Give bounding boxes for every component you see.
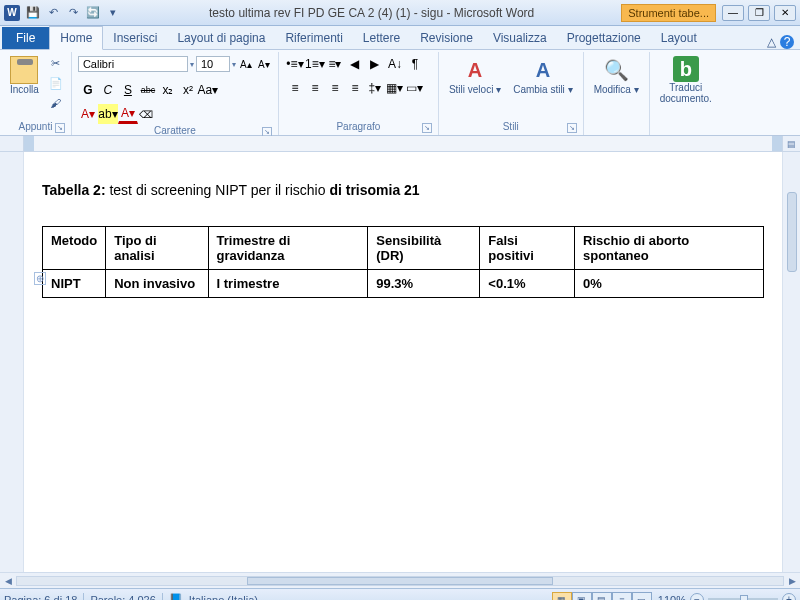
text-effects-button[interactable]: A▾ [78, 104, 98, 124]
italic-button[interactable]: C [98, 80, 118, 100]
table-row[interactable]: NIPT Non invasivo I trimestre 99.3% <0.1… [43, 270, 764, 298]
hscroll-left-icon[interactable]: ◀ [0, 576, 16, 586]
col-analysis-type[interactable]: Tipo di analisi [106, 227, 208, 270]
qat-customize-icon[interactable]: ▾ [104, 4, 122, 22]
col-sensitivity[interactable]: Sensibilità (DR) [368, 227, 480, 270]
cell-method[interactable]: NIPT [43, 270, 106, 298]
tab-mailings[interactable]: Lettere [353, 27, 410, 49]
line-spacing-icon[interactable]: ‡▾ [365, 78, 385, 98]
tab-file[interactable]: File [2, 27, 49, 49]
clear-format-icon[interactable]: ⌫ [138, 104, 154, 124]
col-trimester[interactable]: Trimestre di gravidanza [208, 227, 368, 270]
qat-redo-icon[interactable]: ↷ [64, 4, 82, 22]
view-outline-icon[interactable]: ≡ [612, 592, 632, 601]
bullets-button[interactable]: •≡▾ [285, 54, 305, 74]
align-left-icon[interactable]: ≡ [285, 78, 305, 98]
tab-home[interactable]: Home [49, 26, 103, 50]
table-tools-tab[interactable]: Strumenti tabe... [621, 4, 716, 22]
table-caption[interactable]: Tabella 2: test di screening NIPT per il… [42, 182, 764, 198]
font-name-select[interactable]: Calibri [78, 56, 188, 72]
vertical-ruler[interactable] [0, 152, 24, 572]
align-center-icon[interactable]: ≡ [305, 78, 325, 98]
underline-button[interactable]: S [118, 80, 138, 100]
table-header-row[interactable]: Metodo Tipo di analisi Trimestre di grav… [43, 227, 764, 270]
copy-icon[interactable]: 📄 [47, 74, 65, 92]
tab-view[interactable]: Visualizza [483, 27, 557, 49]
bold-button[interactable]: G [78, 80, 98, 100]
shading-icon[interactable]: ▦▾ [385, 78, 405, 98]
tab-page-layout[interactable]: Layout di pagina [167, 27, 275, 49]
status-language[interactable]: Italiano (Italia) [189, 594, 258, 601]
styles-dialog-icon[interactable]: ↘ [567, 123, 577, 133]
vscroll-thumb[interactable] [787, 192, 797, 272]
col-false-positives[interactable]: Falsi positivi [480, 227, 575, 270]
hscroll-right-icon[interactable]: ▶ [784, 576, 800, 586]
editing-button[interactable]: 🔍 Modifica ▾ [590, 54, 643, 97]
format-painter-icon[interactable]: 🖌 [47, 94, 65, 112]
translate-button[interactable]: b Traducidocumento. [656, 54, 716, 106]
col-method[interactable]: Metodo [43, 227, 106, 270]
tab-layout[interactable]: Layout [651, 27, 707, 49]
maximize-button[interactable]: ❐ [748, 5, 770, 21]
paste-button[interactable]: Incolla [6, 54, 43, 97]
proofing-icon[interactable]: 📘 [169, 593, 183, 600]
paragraph-dialog-icon[interactable]: ↘ [422, 123, 432, 133]
status-page[interactable]: Pagina: 6 di 18 [4, 594, 77, 601]
subscript-button[interactable]: x₂ [158, 80, 178, 100]
superscript-button[interactable]: x² [178, 80, 198, 100]
grow-font-icon[interactable]: A▴ [238, 54, 254, 74]
cut-icon[interactable]: ✂ [47, 54, 65, 72]
highlight-button[interactable]: ab▾ [98, 104, 118, 124]
numbering-button[interactable]: 1≡▾ [305, 54, 325, 74]
tab-insert[interactable]: Inserisci [103, 27, 167, 49]
multilevel-button[interactable]: ≡▾ [325, 54, 345, 74]
table-anchor-icon[interactable]: ⊕ [34, 272, 46, 285]
increase-indent-icon[interactable]: ▶ [365, 54, 385, 74]
zoom-thumb[interactable] [740, 595, 748, 601]
zoom-out-icon[interactable]: − [690, 593, 704, 601]
cell-false-positives[interactable]: <0.1% [480, 270, 575, 298]
minimize-ribbon-icon[interactable]: △ [767, 35, 776, 49]
view-web-icon[interactable]: ▤ [592, 592, 612, 601]
zoom-in-icon[interactable]: + [782, 593, 796, 601]
borders-icon[interactable]: ▭▾ [405, 78, 425, 98]
view-draft-icon[interactable]: ▭ [632, 592, 652, 601]
status-words[interactable]: Parole: 4.026 [90, 594, 155, 601]
help-icon[interactable]: ? [780, 35, 794, 49]
strike-button[interactable]: abc [138, 80, 158, 100]
cell-trimester[interactable]: I trimestre [208, 270, 368, 298]
ruler-toggle-icon[interactable]: ▤ [782, 136, 800, 152]
zoom-percent[interactable]: 110% [658, 594, 686, 601]
shrink-font-icon[interactable]: A▾ [256, 54, 272, 74]
horizontal-scrollbar[interactable]: ◀ ▶ [0, 572, 800, 588]
cell-abortion-risk[interactable]: 0% [575, 270, 764, 298]
minimize-button[interactable]: — [722, 5, 744, 21]
show-marks-icon[interactable]: ¶ [405, 54, 425, 74]
sort-button[interactable]: A↓ [385, 54, 405, 74]
hscroll-thumb[interactable] [247, 577, 553, 585]
font-color-button[interactable]: A▾ [118, 104, 138, 124]
clipboard-dialog-icon[interactable]: ↘ [55, 123, 65, 133]
col-abortion-risk[interactable]: Rischio di aborto spontaneo [575, 227, 764, 270]
quick-styles-button[interactable]: A Stili veloci ▾ [445, 54, 505, 97]
decrease-indent-icon[interactable]: ◀ [345, 54, 365, 74]
align-justify-icon[interactable]: ≡ [345, 78, 365, 98]
close-button[interactable]: ✕ [774, 5, 796, 21]
font-size-select[interactable]: 10 [196, 56, 230, 72]
data-table[interactable]: Metodo Tipo di analisi Trimestre di grav… [42, 226, 764, 298]
document-page[interactable]: Tabella 2: test di screening NIPT per il… [24, 152, 782, 572]
tab-design[interactable]: Progettazione [557, 27, 651, 49]
cell-sensitivity[interactable]: 99.3% [368, 270, 480, 298]
qat-save-icon[interactable]: 💾 [24, 4, 42, 22]
align-right-icon[interactable]: ≡ [325, 78, 345, 98]
change-case-button[interactable]: Aa▾ [198, 80, 218, 100]
tab-review[interactable]: Revisione [410, 27, 483, 49]
qat-undo-icon[interactable]: ↶ [44, 4, 62, 22]
change-styles-button[interactable]: A Cambia stili ▾ [509, 54, 576, 97]
qat-refresh-icon[interactable]: 🔄 [84, 4, 102, 22]
tab-references[interactable]: Riferimenti [275, 27, 352, 49]
horizontal-ruler[interactable] [24, 136, 782, 152]
cell-analysis-type[interactable]: Non invasivo [106, 270, 208, 298]
view-fullscreen-icon[interactable]: ▣ [572, 592, 592, 601]
vertical-scrollbar[interactable] [782, 152, 800, 572]
